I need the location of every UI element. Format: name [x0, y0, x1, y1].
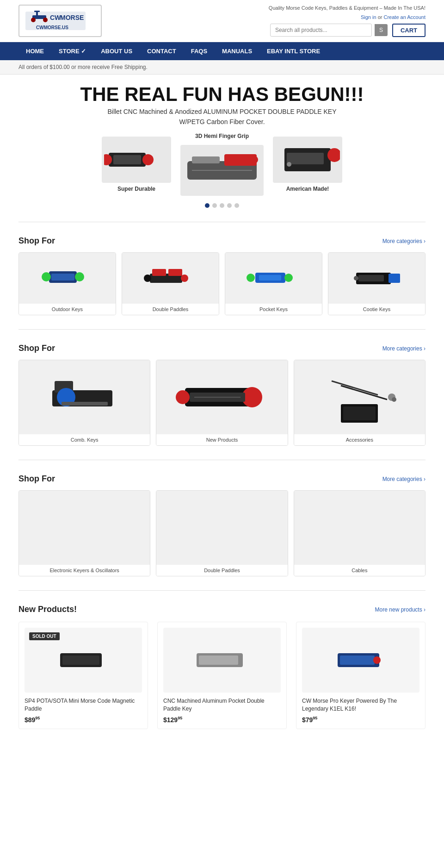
cables-svg [313, 498, 406, 558]
signin-link[interactable]: Sign in [361, 14, 376, 20]
shipping-bar: All orders of $100.00 or more receive Fr… [0, 60, 444, 75]
nav-manuals[interactable]: MANUALS [215, 42, 259, 60]
search-cart-area: S CART [270, 24, 426, 37]
svg-rect-14 [192, 156, 220, 163]
category-accessories[interactable]: Accessories [294, 360, 426, 446]
shop-section-1-header: Shop For More categories › [18, 236, 426, 246]
more-new-products-link[interactable]: More new products › [375, 606, 426, 613]
nav-faqs[interactable]: FAQS [184, 42, 215, 60]
category-accessories-label: Accessories [294, 434, 425, 445]
search-input[interactable] [270, 24, 372, 37]
product-3-svg [328, 637, 393, 683]
logo-svg: CW MORSE CWMORSE.US [23, 7, 97, 35]
hero-product-right-svg [275, 139, 340, 181]
logo-area[interactable]: CW MORSE CWMORSE.US [18, 5, 102, 37]
nav-contact[interactable]: CONTACT [140, 42, 184, 60]
svg-rect-34 [259, 275, 281, 281]
product-card-2[interactable]: CNC Machined Aluminum Pocket Double Padd… [157, 622, 287, 729]
svg-rect-20 [287, 153, 324, 164]
category-pocket-keys[interactable]: Pocket Keys [225, 252, 322, 315]
carousel-dots [18, 203, 426, 208]
divider-1 [18, 222, 426, 222]
category-comb-keys[interactable]: Comb. Keys [18, 360, 150, 446]
categories-grid-3-a: Comb. Keys New Products [18, 360, 426, 446]
category-double-paddles-2-img [156, 491, 287, 565]
hero-title: THE REAL FUN HAS BEGUN!!! [18, 84, 426, 105]
new-products-header: New Products! More new products › [18, 605, 426, 614]
category-outdoor-keys[interactable]: Outdoor Keys [18, 252, 116, 315]
hero-subtitle: Billet CNC Machined & Anodized ALUMINUM … [18, 108, 426, 115]
category-outdoor-keys-label: Outdoor Keys [19, 304, 116, 315]
carousel-dot-2[interactable] [212, 203, 217, 208]
svg-rect-12 [113, 155, 141, 164]
category-new-products-img [156, 360, 287, 434]
cootie-keys-svg [349, 260, 405, 297]
product-3-name: CW Morse Pro Keyer Powered By The Legend… [302, 697, 419, 713]
svg-rect-54 [48, 516, 122, 544]
search-button[interactable]: S [375, 24, 388, 36]
svg-rect-42 [62, 402, 108, 406]
header: CW MORSE CWMORSE.US Quality Morse Code K… [0, 0, 444, 42]
svg-point-4 [31, 18, 36, 22]
nav-home[interactable]: HOME [18, 42, 51, 60]
product-1-svg [51, 637, 116, 683]
nav-store[interactable]: STORE ✓ [51, 42, 93, 60]
new-products-title: New Products! [18, 605, 77, 614]
carousel-dot-1[interactable] [205, 203, 210, 208]
create-account-link[interactable]: Create an Account [383, 14, 426, 20]
sold-out-badge: SOLD OUT [29, 632, 60, 640]
carousel-dot-3[interactable] [220, 203, 224, 208]
shop-section-3-more[interactable]: More categories › [382, 476, 426, 482]
outdoor-keys-svg [40, 260, 95, 297]
category-electronic-keyers[interactable]: Electronic Keyers & Oscillators [18, 490, 150, 576]
categories-grid-3-b: Electronic Keyers & Oscillators Double P… [18, 490, 426, 576]
svg-point-16 [251, 156, 258, 163]
nav-about[interactable]: ABOUT US [93, 42, 140, 60]
products-grid: SOLD OUT SP4 POTA/SOTA Mini Morse Code M… [18, 622, 426, 729]
nav-ebay[interactable]: EBAY INTL STORE [259, 42, 327, 60]
product-img-2 [163, 628, 281, 693]
logo-box: CW MORSE CWMORSE.US [18, 5, 102, 37]
categories-grid-4: Outdoor Keys Double Paddles [18, 252, 426, 315]
product-2-name: CNC Machined Aluminum Pocket Double Padd… [163, 697, 281, 713]
carousel-dot-4[interactable] [227, 203, 232, 208]
svg-rect-28 [168, 269, 182, 276]
category-cables-label: Cables [294, 565, 425, 576]
category-electronic-keyers-img [19, 491, 150, 565]
svg-rect-3 [34, 11, 40, 12]
category-cootie-keys[interactable]: Cootie Keys [328, 252, 426, 315]
shipping-text: All orders of $100.00 or more receive Fr… [18, 64, 148, 70]
hero-img-left: Super Durable [102, 137, 171, 192]
svg-text:MORSE: MORSE [60, 14, 84, 21]
product-img-3 [302, 628, 419, 693]
carousel-dot-5[interactable] [234, 203, 239, 208]
double-paddles-2-svg [176, 498, 268, 558]
svg-rect-60 [199, 656, 238, 665]
shop-section-3: Shop For More categories › Electronic Ke… [0, 465, 444, 586]
new-products-section: New Products! More new products › SOLD O… [0, 595, 444, 738]
svg-line-48 [332, 381, 378, 395]
divider-4 [18, 590, 426, 591]
hero-section: THE REAL FUN HAS BEGUN!!! Billet CNC Mac… [0, 75, 444, 217]
hero-product-center-svg [183, 147, 261, 194]
hero-product-left-svg [104, 139, 169, 181]
product-card-1[interactable]: SOLD OUT SP4 POTA/SOTA Mini Morse Code M… [18, 622, 148, 729]
shop-section-3-title: Shop For [18, 474, 55, 484]
svg-point-38 [354, 276, 358, 281]
shop-section-1-more[interactable]: More categories › [382, 238, 426, 244]
cart-button[interactable]: CART [392, 24, 426, 37]
category-new-products[interactable]: New Products [156, 360, 288, 446]
svg-rect-55 [185, 516, 259, 544]
hero-label-right: American Made! [286, 186, 329, 192]
category-accessories-img [294, 360, 425, 434]
category-double-paddles-label: Double Paddles [122, 304, 219, 315]
category-double-paddles-2[interactable]: Double Paddles [156, 490, 288, 576]
category-double-paddles[interactable]: Double Paddles [122, 252, 219, 315]
svg-rect-37 [358, 275, 384, 281]
hero-subtitle2: W/PETG Carbon Fiber Cover. [18, 118, 426, 125]
shop-section-2-more[interactable]: More categories › [382, 345, 426, 352]
product-card-3[interactable]: CW Morse Pro Keyer Powered By The Legend… [296, 622, 426, 729]
category-cables[interactable]: Cables [294, 490, 426, 576]
shop-section-2-title: Shop For [18, 343, 55, 353]
comb-keys-svg [38, 367, 131, 427]
